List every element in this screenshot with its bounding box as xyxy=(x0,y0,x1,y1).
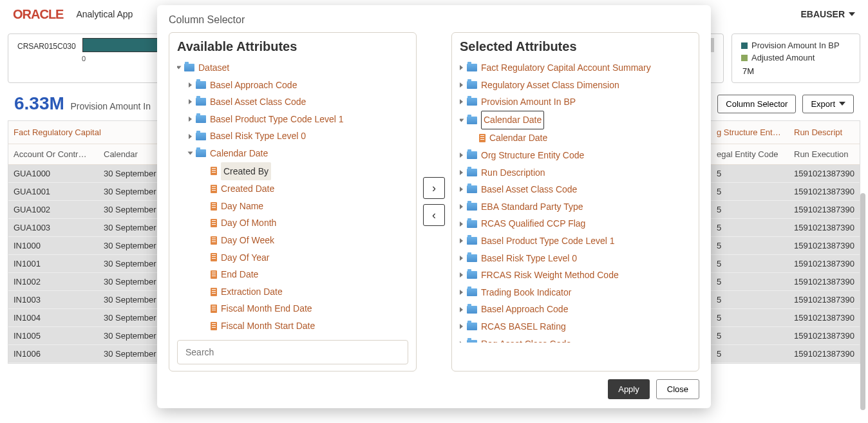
tree-label: Created By xyxy=(221,162,271,181)
tree-node[interactable]: RCAS BASEL Rating xyxy=(460,318,691,335)
col-group-header[interactable]: Run Descript xyxy=(789,121,860,144)
tree-node[interactable]: Org Structure Entity Code xyxy=(460,147,691,164)
tree-label: Day Of Year xyxy=(221,249,270,267)
table-cell: 5 xyxy=(712,291,789,309)
folder-icon xyxy=(196,133,206,140)
tree-node[interactable]: Regulatory Asset Class Dimension xyxy=(460,77,691,94)
tree-node[interactable]: Dataset xyxy=(177,59,408,77)
tree-label: Extraction Date xyxy=(221,283,283,301)
caret-open-icon xyxy=(460,118,464,122)
caret-closed-icon xyxy=(460,65,463,70)
folder-icon xyxy=(196,98,206,106)
tree-node[interactable]: EBA Standard Party Type xyxy=(460,198,691,216)
folder-icon xyxy=(467,237,477,245)
tree-node[interactable]: Trading Book Indicator xyxy=(460,284,691,301)
tree-label: Day Of Month xyxy=(221,214,276,232)
tree-node[interactable]: Basel Risk Type Level 0 xyxy=(177,127,408,145)
tree-node[interactable]: Calendar Date xyxy=(460,111,691,130)
folder-icon xyxy=(196,149,206,157)
table-cell: IN1005 xyxy=(8,327,99,345)
col-group-header[interactable]: g Structure Ent… xyxy=(712,121,789,144)
tree-node[interactable]: FRCAS Risk Weight Method Code xyxy=(460,267,691,284)
tree-node[interactable]: RCAS Qualified CCP Flag xyxy=(460,215,691,232)
table-cell: 5 xyxy=(712,327,789,345)
tree-node[interactable]: Day Of Month xyxy=(177,214,408,232)
legend-label: Provision Amount In BP xyxy=(751,41,840,50)
oracle-logo: ORACLE xyxy=(13,7,63,22)
table-cell: 1591021387390 xyxy=(789,237,860,255)
tree-label: End Date xyxy=(221,266,258,283)
available-panel: Available Attributes DatasetBasel Approa… xyxy=(169,32,417,371)
tree-node[interactable]: Basel Product Type Code Level 1 xyxy=(460,232,691,250)
tree-node[interactable]: Day Name xyxy=(177,198,408,215)
folder-icon xyxy=(467,323,477,330)
tree-node[interactable]: End Date xyxy=(177,266,408,283)
tree-node[interactable]: Calendar Date xyxy=(460,129,691,147)
caret-closed-icon xyxy=(189,99,192,104)
tree-node[interactable]: Day Of Year xyxy=(177,249,408,267)
table-cell: GUA1001 xyxy=(8,183,99,201)
folder-icon xyxy=(467,151,477,159)
folder-icon xyxy=(467,306,477,314)
tree-node[interactable]: Basel Product Type Code Level 1 xyxy=(177,111,408,128)
col-header[interactable]: Account Or Contr… xyxy=(8,144,99,165)
col-header[interactable]: Run Execution xyxy=(789,144,860,165)
summary-label: Provision Amount In xyxy=(70,101,151,111)
caret-closed-icon xyxy=(189,134,192,139)
scrollbar[interactable] xyxy=(860,193,865,410)
caret-closed-icon xyxy=(460,341,463,343)
file-icon xyxy=(211,270,217,279)
folder-icon xyxy=(467,169,477,176)
tree-label: Calendar Date xyxy=(489,129,547,147)
folder-icon xyxy=(196,81,206,89)
folder-icon xyxy=(467,185,477,193)
table-cell: IN1004 xyxy=(8,309,99,327)
table-cell: 1591021387390 xyxy=(789,327,860,345)
caret-closed-icon xyxy=(460,170,463,175)
tree-label: EBA Standard Party Type xyxy=(481,198,583,216)
tree-node[interactable]: Basel Approach Code xyxy=(460,301,691,318)
apply-button[interactable]: Apply xyxy=(608,379,650,399)
column-selector-button[interactable]: Column Selector xyxy=(717,95,796,113)
table-cell: GUA1000 xyxy=(8,165,99,183)
tree-label: Basel Asset Class Code xyxy=(210,93,306,111)
export-button[interactable]: Export xyxy=(802,95,854,113)
folder-icon xyxy=(467,64,477,71)
tree-node[interactable]: Provision Amount In BP xyxy=(460,93,691,111)
tree-node[interactable]: Basel Asset Class Code xyxy=(460,181,691,198)
caret-down-icon xyxy=(839,102,845,106)
tree-label: Basel Asset Class Code xyxy=(481,181,577,198)
folder-icon xyxy=(467,203,477,211)
tree-label: Fact Regulatory Capital Account Summary xyxy=(481,59,651,77)
tree-node[interactable]: Day Of Week xyxy=(177,232,408,249)
caret-closed-icon xyxy=(460,272,463,277)
tree-node[interactable]: Basel Asset Class Code xyxy=(177,93,408,111)
dialog-title: Column Selector xyxy=(169,14,699,26)
close-button[interactable]: Close xyxy=(656,379,699,399)
search-input[interactable] xyxy=(177,340,408,364)
col-header[interactable]: egal Entity Code xyxy=(712,144,789,165)
file-icon xyxy=(211,219,217,227)
tree-node[interactable]: Run Description xyxy=(460,164,691,182)
tree-label: Provision Amount In BP xyxy=(481,93,576,111)
tree-node[interactable]: Fact Regulatory Capital Account Summary xyxy=(460,59,691,77)
caret-down-icon xyxy=(849,12,855,16)
tree-node[interactable]: Extraction Date xyxy=(177,283,408,301)
bar-row-label: CRSAR015C030 xyxy=(17,42,76,51)
tree-node[interactable]: Created By xyxy=(177,162,408,181)
table-cell: IN1003 xyxy=(8,291,99,309)
tree-node[interactable]: Basel Risk Type Level 0 xyxy=(460,250,691,267)
tree-node[interactable]: Basel Approach Code xyxy=(177,77,408,94)
move-right-button[interactable]: › xyxy=(423,177,445,199)
tree-node[interactable]: Reg Asset Class Code xyxy=(460,335,691,343)
tree-node[interactable]: Fiscal Month End Date xyxy=(177,300,408,317)
user-menu[interactable]: EBAUSER xyxy=(801,9,855,19)
tree-node[interactable]: Fiscal Month Start Date xyxy=(177,317,408,335)
table-cell: 5 xyxy=(712,273,789,291)
move-left-button[interactable]: ‹ xyxy=(423,204,445,226)
tree-node[interactable]: Calendar Date xyxy=(177,145,408,162)
caret-open-icon xyxy=(177,66,182,70)
tree-label: Basel Product Type Code Level 1 xyxy=(481,232,615,250)
tree-node[interactable]: Created Date xyxy=(177,180,408,198)
tree-label: Reg Asset Class Code xyxy=(481,335,571,343)
